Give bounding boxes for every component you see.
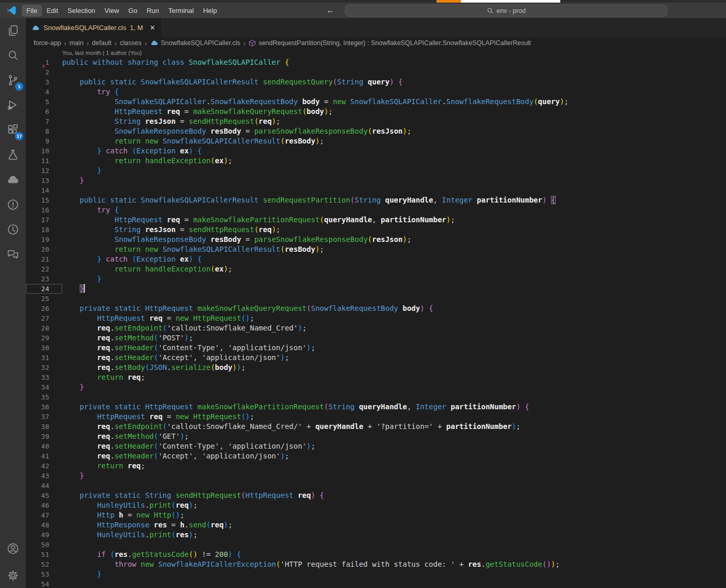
code-line-43[interactable]: 43 }	[26, 471, 726, 481]
code-line-34[interactable]: 34 }	[26, 382, 726, 392]
menu-item-run[interactable]: Run	[142, 5, 164, 17]
code-text: HttpRequest req = new HttpRequest();	[62, 313, 254, 323]
code-line-42[interactable]: 42 return req;	[26, 461, 726, 471]
code-line-11[interactable]: 11 return handleException(ex);	[26, 156, 726, 166]
menu-item-help[interactable]: Help	[198, 5, 222, 17]
line-number: 12	[26, 166, 62, 176]
code-line-37[interactable]: 37 HttpRequest req = new HttpRequest();	[26, 412, 726, 422]
code-line-17[interactable]: 17 HttpRequest req = makeSnowflakePartit…	[26, 215, 726, 225]
code-line-52[interactable]: 52 throw new SnowflakeAPICallerException…	[26, 560, 726, 569]
code-line-45[interactable]: 45 private static String sendHttpRequest…	[26, 491, 726, 500]
close-icon[interactable]: ✕	[150, 24, 155, 32]
breadcrumb-item[interactable]: force-app	[34, 39, 61, 47]
tab-bar: SnowflakeSQLAPICaller.cls 1, M ✕	[26, 18, 726, 37]
code-text: return handleException(ex);	[62, 156, 233, 166]
code-line-16[interactable]: 16 try {	[26, 205, 726, 215]
code-line-51[interactable]: 51 if (res.getStatusCode() != 200) {	[26, 550, 726, 560]
codelens-annotation[interactable]: You, last month | 1 author (You)	[26, 49, 726, 58]
code-line-35[interactable]: 35	[26, 392, 726, 402]
code-line-18[interactable]: 18 String resJson = sendHttpRequest(req)…	[26, 225, 726, 235]
breadcrumb-item[interactable]: default	[92, 39, 112, 47]
menu-item-selection[interactable]: Selection	[63, 5, 99, 17]
activity-salesforce-cloud-icon[interactable]	[0, 167, 26, 192]
code-line-41[interactable]: 41 req.setHeader('Accept', 'application/…	[26, 451, 726, 461]
code-line-27[interactable]: 27 HttpRequest req = new HttpRequest();	[26, 313, 726, 323]
menu-item-go[interactable]: Go	[124, 5, 142, 17]
code-line-26[interactable]: 26 private static HttpRequest makeSnowfl…	[26, 304, 726, 313]
code-line-36[interactable]: 36 private static HttpRequest makeSnowfl…	[26, 402, 726, 412]
code-line-40[interactable]: 40 req.setHeader('Content-Type', 'applic…	[26, 441, 726, 451]
code-line-47[interactable]: 47 Http h = new Http();	[26, 510, 726, 520]
breadcrumb-item[interactable]: classes	[120, 39, 141, 47]
code-line-3[interactable]: 3 public static SnowflakeSQLAPICallerRes…	[26, 77, 726, 87]
line-number: 11	[26, 156, 62, 166]
code-line-1[interactable]: 1public without sharing class SnowflakeS…	[26, 58, 726, 67]
breadcrumb-item[interactable]: sendRequestPartition(String, Integer) : …	[249, 39, 531, 47]
code-line-54[interactable]: 54	[26, 579, 726, 588]
menu-item-file[interactable]: File	[22, 5, 42, 17]
activity-run-debug-icon[interactable]	[0, 93, 26, 118]
code-line-28[interactable]: 28 req.setEndpoint('callout:Snowflake_Na…	[26, 323, 726, 333]
activity-comments-icon[interactable]	[0, 242, 26, 267]
code-line-5[interactable]: 5 SnowflakeSQLAPICaller.SnowflakeRequest…	[26, 97, 726, 107]
activity-history-icon[interactable]	[0, 217, 26, 242]
code-line-2[interactable]: 2	[26, 67, 726, 77]
code-line-39[interactable]: 39 req.setMethod('GET');	[26, 432, 726, 441]
code-text: public static SnowflakeSQLAPICallerResul…	[62, 195, 556, 205]
activity-issue-icon[interactable]	[0, 192, 26, 217]
chevron-right-icon: ›	[86, 39, 89, 47]
code-line-6[interactable]: 6 HttpRequest req = makeSnowflakeQueryRe…	[26, 107, 726, 117]
code-line-10[interactable]: 10 } catch (Exception ex) {	[26, 146, 726, 156]
breadcrumb-item[interactable]: SnowflakeSQLAPICaller.cls	[150, 39, 241, 47]
code-line-30[interactable]: 30 req.setHeader('Content-Type', 'applic…	[26, 343, 726, 353]
search-icon	[487, 7, 493, 14]
tab-snowflakesqlapicaller[interactable]: SnowflakeSQLAPICaller.cls 1, M ✕	[26, 18, 161, 37]
menu-item-view[interactable]: View	[100, 5, 124, 17]
code-line-32[interactable]: 32 req.setBody(JSON.serialize(body));	[26, 363, 726, 372]
back-arrow-button[interactable]: ←	[326, 6, 335, 15]
code-line-21[interactable]: 21 } catch (Exception ex) {	[26, 254, 726, 264]
code-line-7[interactable]: 7 String resJson = sendHttpRequest(req);	[26, 117, 726, 126]
line-number: 25	[26, 294, 62, 304]
command-center-search[interactable]: env - prod	[345, 5, 667, 17]
code-line-24[interactable]: 24 }	[26, 284, 726, 294]
code-line-33[interactable]: 33 return req;	[26, 372, 726, 382]
line-number: 33	[26, 372, 62, 382]
code-text: String resJson = sendHttpRequest(req);	[62, 117, 281, 126]
code-line-22[interactable]: 22 return handleException(ex);	[26, 264, 726, 274]
breadcrumb-item[interactable]: main	[69, 39, 83, 47]
code-line-12[interactable]: 12 }	[26, 166, 726, 176]
activity-extensions-icon[interactable]: 17	[0, 118, 26, 142]
code-line-46[interactable]: 46 HunleyUtils.print(req);	[26, 500, 726, 510]
code-line-15[interactable]: 15 public static SnowflakeSQLAPICallerRe…	[26, 195, 726, 205]
activity-explorer-icon[interactable]	[0, 18, 26, 43]
code-line-49[interactable]: 49 HunleyUtils.print(res);	[26, 530, 726, 540]
code-line-29[interactable]: 29 req.setMethod('POST');	[26, 333, 726, 343]
code-line-14[interactable]: 14	[26, 185, 726, 195]
editor-column: SnowflakeSQLAPICaller.cls 1, M ✕ force-a…	[26, 18, 726, 588]
code-line-13[interactable]: 13 }	[26, 176, 726, 185]
code-line-53[interactable]: 53 }	[26, 569, 726, 579]
activity-account-icon[interactable]	[0, 536, 26, 561]
code-line-23[interactable]: 23 }	[26, 274, 726, 284]
line-number: 39	[26, 432, 62, 441]
activity-search-icon[interactable]	[0, 43, 26, 68]
line-number: 42	[26, 461, 62, 471]
activity-settings-gear-icon[interactable]	[0, 563, 26, 588]
code-line-4[interactable]: 4 try {	[26, 87, 726, 97]
activity-test-beaker-icon[interactable]	[0, 142, 26, 167]
code-line-38[interactable]: 38 req.setEndpoint('callout:Snowflake_Na…	[26, 422, 726, 432]
code-line-50[interactable]: 50	[26, 540, 726, 550]
code-line-48[interactable]: 48 HttpResponse res = h.send(req);	[26, 520, 726, 530]
code-line-8[interactable]: 8 SnowflakeResponseBody resBody = parseS…	[26, 126, 726, 136]
code-line-44[interactable]: 44	[26, 481, 726, 491]
code-line-25[interactable]: 25	[26, 294, 726, 304]
code-line-9[interactable]: 9 return new SnowflakeSQLAPICallerResult…	[26, 136, 726, 146]
menu-item-edit[interactable]: Edit	[42, 5, 63, 17]
code-line-19[interactable]: 19 SnowflakeResponseBody resBody = parse…	[26, 235, 726, 245]
menu-item-terminal[interactable]: Terminal	[164, 5, 198, 17]
code-editor[interactable]: 1public without sharing class SnowflakeS…	[26, 58, 726, 588]
activity-source-control-icon[interactable]: 1	[0, 68, 26, 93]
code-line-20[interactable]: 20 return new SnowflakeSQLAPICallerResul…	[26, 245, 726, 254]
code-line-31[interactable]: 31 req.setHeader('Accept', 'application/…	[26, 353, 726, 363]
